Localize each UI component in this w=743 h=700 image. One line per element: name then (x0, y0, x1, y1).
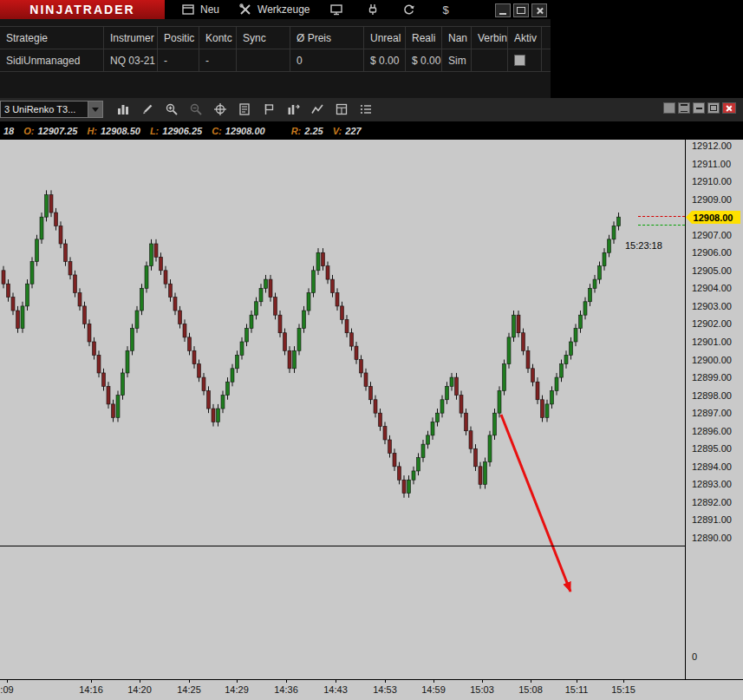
renko-bar (192, 350, 196, 363)
column-header-0[interactable]: Strategie (0, 27, 104, 49)
bar-spacing-icon[interactable] (284, 100, 303, 119)
renko-bar (450, 377, 453, 386)
renko-bar (236, 355, 239, 368)
renko-bar (603, 252, 606, 265)
chart-maximize-button[interactable] (707, 102, 720, 114)
renko-bar (388, 440, 392, 453)
data-series-properties-icon[interactable] (332, 100, 351, 119)
connections-icon[interactable] (365, 2, 381, 17)
column-header-6[interactable]: Unreal (364, 27, 406, 49)
renko-bar (583, 302, 587, 315)
renko-bar (7, 284, 10, 297)
positions-table-row[interactable]: SidiUnmanagedNQ 03-21--0$ 0.00$ 0.00Sim (0, 49, 551, 72)
workspace-icon[interactable] (329, 2, 344, 17)
aktiv-checkbox[interactable] (514, 55, 525, 66)
price-axis-label: 12897.00 (692, 407, 742, 419)
time-axis-label: 15:11 (565, 684, 589, 695)
accounts-dollar-icon[interactable]: $ (438, 2, 453, 17)
renko-bar (21, 306, 24, 329)
positions-table-header: StrategieInstrumerPositicKontcSyncØ Prei… (0, 27, 551, 49)
column-header-7[interactable]: Reali (406, 27, 442, 49)
renko-bar (36, 239, 39, 262)
renko-bar (541, 400, 544, 418)
renko-bar (83, 306, 87, 324)
column-header-5[interactable]: Ø Preis (290, 27, 364, 49)
data-line-pair-C: C:12908.00 (212, 126, 265, 136)
price-axis-label: 12896.00 (692, 425, 742, 437)
price-pane-canvas[interactable] (0, 140, 685, 679)
menu-neu-label: Neu (200, 3, 219, 16)
row-cell-1: NQ 03-21 (104, 49, 158, 71)
data-line-pair-R: R:2.25 (291, 126, 323, 136)
renko-bar (322, 252, 325, 265)
price-axis-label: 12906.00 (692, 246, 742, 258)
column-header-1[interactable]: Instrumer (104, 27, 158, 49)
ninjatrader-logo: NINJATRADER (0, 0, 165, 19)
drawing-tools-icon[interactable] (138, 100, 157, 119)
renko-bar (531, 369, 535, 382)
properties-list-icon[interactable] (356, 100, 375, 119)
renko-bar (522, 333, 525, 351)
snapshot-icon[interactable] (235, 100, 254, 119)
panel-divider[interactable] (0, 546, 685, 546)
renko-bar (507, 337, 511, 364)
renko-bar (140, 288, 144, 311)
renko-bar (217, 409, 220, 422)
time-axis-label: 14:53 (373, 684, 397, 695)
column-header-3[interactable]: Kontc (199, 27, 237, 49)
column-header-2[interactable]: Positic (158, 27, 199, 49)
renko-bar (412, 471, 415, 480)
renko-bar (293, 350, 297, 369)
zoom-in-icon[interactable] (162, 100, 181, 119)
renko-bar (465, 413, 468, 431)
data-series-dropdown[interactable]: 3 UniRenko T3... (0, 101, 103, 118)
refresh-icon[interactable] (401, 2, 417, 17)
time-axis-border (0, 679, 743, 680)
dropdown-button[interactable] (88, 101, 102, 117)
renko-bar (459, 396, 463, 414)
control-center-titlebar[interactable]: NINJATRADER Neu Werkzeuge $ (0, 0, 551, 19)
column-header-9[interactable]: Verbin (472, 27, 508, 49)
current-price-tag: 12908.00 (686, 211, 740, 224)
renko-bar (355, 346, 358, 359)
chart-close-button[interactable] (722, 102, 736, 114)
menu-neu[interactable]: Neu (172, 0, 229, 19)
current-time-label: 15:23:18 (625, 240, 662, 251)
renko-bar (446, 386, 449, 399)
renko-bar (250, 315, 253, 328)
time-axis-label: 15:15 (611, 684, 635, 695)
indicators-icon[interactable] (308, 100, 327, 119)
positions-table: StrategieInstrumerPositicKontcSyncØ Prei… (0, 26, 551, 72)
arrow-annotation[interactable] (501, 415, 570, 592)
time-axis-tick (482, 679, 483, 683)
renko-bar (383, 427, 387, 440)
cc-close-button[interactable] (531, 3, 547, 17)
price-axis-label: 12907.00 (692, 229, 742, 241)
renko-bar (345, 319, 349, 332)
renko-bar (360, 360, 363, 373)
renko-bar (74, 275, 77, 293)
price-axis-border (685, 140, 686, 679)
chart-pin-button[interactable] (663, 102, 675, 114)
price-axis-label: 12903.00 (692, 300, 742, 312)
renko-bar (455, 377, 459, 396)
chart-style-icon[interactable] (114, 100, 133, 119)
crosshair-icon[interactable] (211, 100, 230, 119)
cc-maximize-button[interactable] (513, 3, 529, 17)
time-axis-tick (531, 679, 531, 683)
renko-bar (169, 284, 173, 297)
zoom-out-icon[interactable] (186, 100, 205, 119)
renko-bar (102, 373, 106, 386)
renko-bar (49, 195, 53, 213)
renko-bar (284, 333, 287, 351)
renko-bar (231, 369, 234, 382)
column-header-4[interactable]: Sync (237, 27, 290, 49)
cc-minimize-button[interactable] (495, 3, 511, 17)
menu-werkzeuge[interactable]: Werkzeuge (229, 0, 319, 19)
chart-trader-icon[interactable] (259, 100, 278, 119)
chart-minimize-button[interactable] (693, 102, 705, 114)
column-header-8[interactable]: Nan (442, 27, 472, 49)
column-header-10[interactable]: Aktiv (508, 27, 542, 49)
renko-bar (221, 396, 225, 409)
chart-shade-button[interactable] (678, 102, 690, 114)
